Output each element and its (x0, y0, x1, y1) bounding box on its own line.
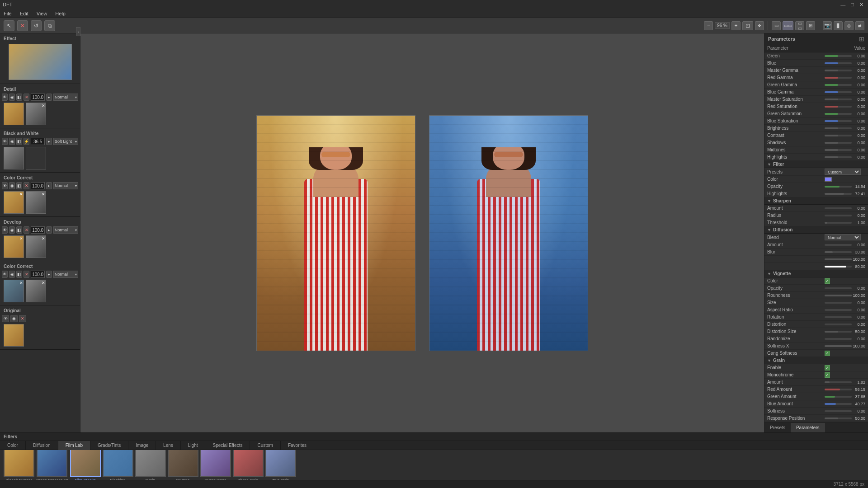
gang-softness-check[interactable]: ✓ (825, 351, 830, 356)
param-value-contrast[interactable]: 0.00 (825, 133, 865, 138)
param-value-grain-softness[interactable]: 0.00 (825, 409, 865, 413)
develop-del[interactable]: ✕ (24, 226, 29, 234)
scope-btn[interactable]: ◎ (844, 21, 854, 30)
param-value-vignette-opacity[interactable]: 0.00 (825, 286, 865, 291)
param-value-master-sat[interactable]: 0.00 (825, 97, 865, 102)
develop-solo[interactable]: ◉ (9, 226, 15, 234)
cc1-arrow[interactable]: ▸ (46, 182, 52, 189)
menu-help[interactable]: Help (53, 11, 67, 16)
cc2-thumb-2-x[interactable]: ✕ (42, 281, 45, 285)
param-value-diffusion-blur[interactable]: 30.00 (825, 250, 865, 254)
param-value-vignette-distortion[interactable]: 0.00 (825, 322, 865, 327)
bw-thumb-1[interactable] (4, 147, 24, 169)
param-value-brightness[interactable]: 0.00 (825, 126, 865, 131)
diffusion-blend-dropdown[interactable]: Normal (825, 234, 861, 240)
develop-thumb-1[interactable]: ✕ (4, 235, 24, 258)
filter-item-grain[interactable]: Grain (135, 450, 166, 480)
zoom-hand-btn[interactable]: ✥ (755, 21, 764, 30)
param-value-vignette-aspect[interactable]: 0.00 (825, 308, 865, 312)
param-value-diffusion-blend[interactable]: Normal (825, 234, 865, 240)
histogram-btn[interactable]: ▊ (834, 21, 843, 30)
detail-thumb-2[interactable]: ✕ (26, 103, 46, 125)
param-value-gang-softness[interactable]: ✓ (825, 351, 865, 356)
param-value-sharpen-threshold[interactable]: 1.00 (825, 221, 865, 225)
cc2-solo[interactable]: ◉ (9, 271, 15, 278)
param-value-filter-color[interactable] (825, 177, 865, 182)
titlebar-controls[interactable]: — □ ✕ (839, 2, 865, 8)
grain-enable-check[interactable]: ✓ (825, 365, 830, 371)
cc1-eye[interactable]: 👁 (2, 182, 8, 189)
camera-btn[interactable]: 📷 (823, 21, 832, 30)
cc1-value[interactable]: 100.0 (31, 182, 45, 189)
filter-color-swatch[interactable] (825, 177, 832, 182)
sharpen-section-header[interactable]: ▼ Sharpen (764, 197, 868, 205)
params-expand-icon[interactable]: ⊞ (859, 35, 864, 42)
param-value-highlights[interactable]: 0.00 (825, 155, 865, 160)
bw-solo[interactable]: ◉ (9, 138, 15, 145)
cc1-solo[interactable]: ◉ (9, 182, 15, 189)
filter-item-film[interactable]: Film Stocks (70, 450, 101, 480)
param-value-filter-opacity[interactable]: 14.94 (825, 184, 865, 189)
param-value-vignette-softness-x[interactable]: 100.00 (825, 344, 865, 348)
filter-tab-lens[interactable]: Lens (156, 441, 181, 450)
filter-tab-grads[interactable]: Grads/Tints (90, 441, 128, 450)
menu-file[interactable]: File (2, 11, 14, 16)
param-value-sharpen-radius[interactable]: 0.00 (825, 213, 865, 218)
param-value-filter-highlights[interactable]: 72.41 (825, 192, 865, 196)
develop-thumb-2-x[interactable]: ✕ (42, 236, 45, 241)
cc1-thumb-2[interactable]: ✕ (26, 191, 46, 214)
detail-arrow[interactable]: ▸ (46, 94, 52, 101)
param-value-blue-gamma[interactable]: 0.00 (825, 90, 865, 94)
filter-tab-favorites[interactable]: Favorites (281, 441, 314, 450)
detail-value[interactable]: 100.0 (31, 94, 45, 101)
param-value-grain-blue[interactable]: 40.77 (825, 402, 865, 406)
tool-delete[interactable]: ✕ (17, 20, 28, 31)
param-value-grain-resp-pos[interactable]: 50.00 (825, 416, 865, 421)
param-value-vignette-distortion-size[interactable]: 50.00 (825, 329, 865, 334)
vignette-color-check[interactable]: ✓ (825, 278, 830, 284)
param-value-master-gamma[interactable]: 0.00 (825, 68, 865, 73)
param-value-grain-mono[interactable]: ✓ (825, 372, 865, 378)
filter-tab-light[interactable]: Light (181, 441, 206, 450)
cc1-thumb-1[interactable]: ✕ (4, 191, 24, 214)
filter-item-bleach[interactable]: Bleach Bypass (4, 450, 34, 480)
zoom-fit-btn[interactable]: ⊡ (742, 21, 753, 30)
menu-edit[interactable]: Edit (18, 11, 30, 16)
tool-copy[interactable]: ⧉ (44, 20, 55, 31)
develop-eye[interactable]: 👁 (2, 226, 8, 234)
bw-mask[interactable]: ◧ (16, 138, 22, 145)
bw-fx[interactable]: ⚡ (24, 138, 29, 145)
bw-eye[interactable]: 👁 (2, 138, 8, 145)
filter-item-two[interactable]: Two Strip (265, 450, 296, 480)
close-button[interactable]: ✕ (858, 2, 865, 8)
param-value-vignette-color[interactable]: ✓ (825, 278, 865, 284)
param-value-green-sat[interactable]: 0.00 (825, 112, 865, 116)
tab-parameters[interactable]: Parameters (791, 423, 825, 433)
view-single-btn[interactable]: ▭ (772, 21, 781, 30)
filter-tab-filmlab[interactable]: Film Lab (58, 441, 90, 450)
bw-mode[interactable]: Soft Light ▾ (53, 138, 78, 145)
view-split-btn[interactable]: ▭▭ (783, 21, 793, 30)
param-value-sharpen-amount[interactable]: 0.00 (825, 206, 865, 211)
filter-item-grunge[interactable]: Grunge (168, 450, 198, 480)
detail-thumb-1[interactable] (4, 103, 24, 125)
detail-thumb-x[interactable]: ✕ (42, 103, 45, 108)
develop-thumb-1-x[interactable]: ✕ (19, 236, 23, 241)
param-value-green-gamma[interactable]: 0.00 (825, 83, 865, 87)
cc2-eye[interactable]: 👁 (2, 271, 8, 278)
original-del[interactable]: ✕ (19, 315, 26, 322)
cc1-mask[interactable]: ◧ (16, 182, 22, 189)
param-value-vignette-rotation[interactable]: 0.00 (825, 315, 865, 319)
tab-presets[interactable]: Presets (764, 423, 791, 433)
cc2-thumb-1[interactable]: ✕ (4, 280, 24, 302)
maximize-button[interactable]: □ (849, 2, 856, 8)
cc2-del[interactable]: ✕ (24, 271, 29, 278)
develop-value[interactable]: 100.0 (31, 226, 45, 234)
cc2-thumb-1-x[interactable]: ✕ (19, 281, 23, 285)
param-value-vignette-size[interactable]: 0.00 (825, 300, 865, 305)
cc2-value[interactable]: 100.0 (31, 271, 45, 278)
param-value-vignette-roundness[interactable]: 100.00 (825, 293, 865, 298)
filter-tab-custom[interactable]: Custom (250, 441, 280, 450)
view-compare-h-btn[interactable]: ▭▭ (795, 21, 804, 30)
cc2-thumb-2[interactable]: ✕ (26, 280, 46, 302)
